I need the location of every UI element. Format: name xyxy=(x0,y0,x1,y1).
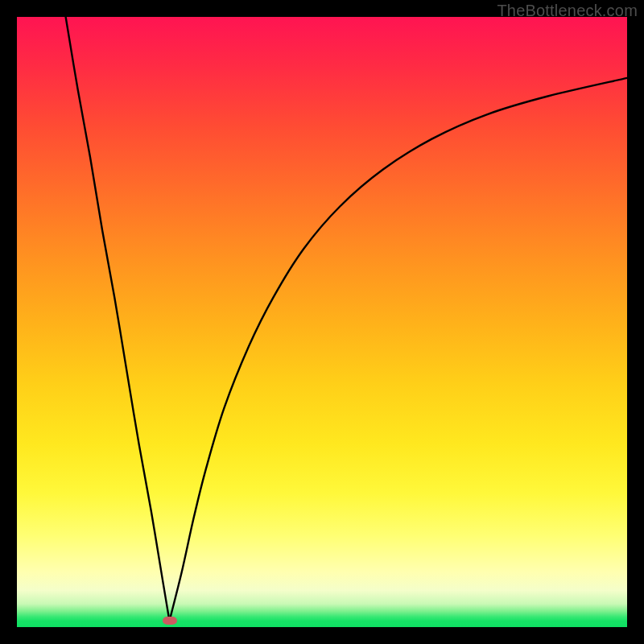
plot-area xyxy=(17,17,627,627)
bottleneck-curve xyxy=(17,17,627,627)
watermark-text: TheBottleneck.com xyxy=(497,2,638,20)
minimum-marker xyxy=(163,617,177,625)
curve-left-branch xyxy=(66,17,170,621)
curve-right-branch xyxy=(170,78,628,621)
chart-frame: TheBottleneck.com xyxy=(0,0,644,644)
